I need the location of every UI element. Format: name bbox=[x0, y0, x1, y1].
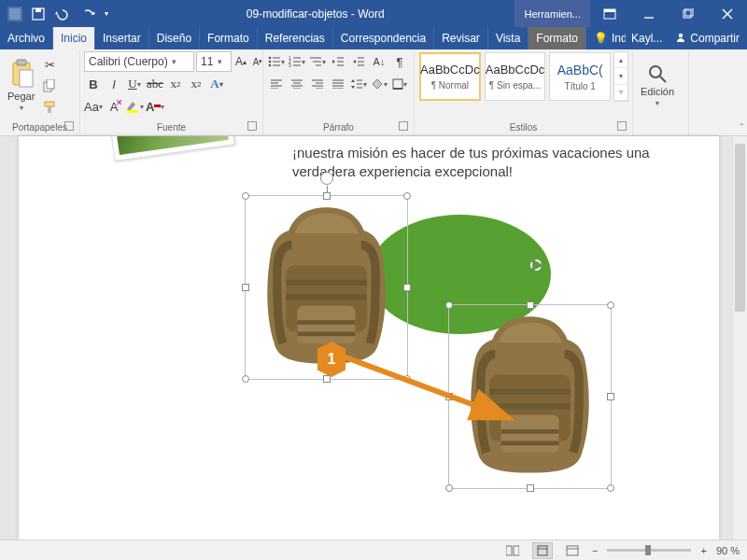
tab-picture-format[interactable]: Formato bbox=[528, 27, 585, 49]
svg-rect-76 bbox=[501, 441, 559, 446]
svg-rect-61 bbox=[393, 79, 402, 89]
tab-references[interactable]: Referencias bbox=[257, 27, 332, 49]
highlight-color-icon[interactable]: ▾ bbox=[125, 97, 144, 116]
zoom-slider[interactable] bbox=[607, 549, 691, 552]
page[interactable]: ¡nuestra misión es hacer de tus próximas… bbox=[19, 136, 719, 539]
shape-adjust-handle[interactable] bbox=[530, 259, 542, 271]
ribbon-display-options-icon[interactable] bbox=[590, 0, 629, 27]
paste-label: Pegar bbox=[7, 91, 35, 102]
cut-icon[interactable]: ✂ bbox=[40, 55, 59, 74]
borders-icon[interactable]: ▾ bbox=[390, 75, 409, 93]
italic-button[interactable]: I bbox=[105, 75, 123, 93]
save-icon[interactable] bbox=[32, 7, 45, 21]
tell-me-label: Indicar... bbox=[612, 32, 626, 45]
qat-customize-icon[interactable]: ▾ bbox=[105, 9, 108, 18]
svg-rect-80 bbox=[538, 546, 547, 555]
align-left-icon[interactable] bbox=[267, 75, 286, 93]
underline-button[interactable]: U▾ bbox=[125, 75, 144, 93]
svg-point-25 bbox=[269, 64, 272, 67]
maximize-icon[interactable] bbox=[669, 0, 708, 27]
font-size-combo[interactable]: 11▾ bbox=[196, 51, 232, 72]
increase-indent-icon[interactable] bbox=[349, 52, 368, 71]
rotate-handle-icon[interactable] bbox=[320, 172, 333, 185]
share-label: Compartir bbox=[690, 32, 740, 45]
paste-button[interactable]: Pegar ▾ bbox=[4, 51, 38, 119]
account-user[interactable]: Kayl... bbox=[626, 27, 668, 49]
group-label-paragraph: Párrafo bbox=[267, 119, 410, 135]
svg-rect-82 bbox=[567, 546, 578, 555]
image-backpack-2[interactable] bbox=[458, 309, 602, 486]
paste-dropdown-icon[interactable]: ▾ bbox=[20, 104, 23, 112]
subscript-button[interactable]: x2 bbox=[166, 75, 185, 93]
zoom-level[interactable]: 90 % bbox=[716, 545, 740, 556]
step-badge: 1 bbox=[317, 342, 345, 377]
font-color-icon[interactable]: A▾ bbox=[146, 97, 164, 116]
body-paragraph: ¡nuestra misión es hacer de tus próximas… bbox=[292, 144, 663, 182]
zoom-in-button[interactable]: + bbox=[700, 545, 706, 556]
format-painter-icon[interactable] bbox=[40, 98, 59, 117]
contextual-tab-group: Herramien... bbox=[514, 0, 590, 27]
copy-icon[interactable] bbox=[40, 77, 59, 95]
align-center-icon[interactable] bbox=[288, 75, 306, 93]
minimize-icon[interactable] bbox=[629, 0, 669, 27]
share-button[interactable]: Compartir bbox=[668, 27, 747, 49]
window-buttons bbox=[590, 0, 747, 27]
tab-file[interactable]: Archivo bbox=[0, 27, 52, 49]
tab-mailings[interactable]: Correspondencia bbox=[332, 27, 433, 49]
photo-thumbnail[interactable] bbox=[110, 136, 234, 161]
lightbulb-icon: 💡 bbox=[594, 32, 608, 45]
paragraph-dialog-launcher-icon[interactable] bbox=[399, 121, 408, 131]
group-font: Calibri (Cuerpo)▾ 11▾ A▴ A▾ B I U▾ abc x… bbox=[80, 49, 263, 135]
svg-rect-20 bbox=[154, 105, 161, 107]
superscript-button[interactable]: x2 bbox=[187, 75, 205, 93]
paste-icon bbox=[8, 59, 35, 89]
font-family-combo[interactable]: Calibri (Cuerpo)▾ bbox=[84, 51, 194, 72]
text-effects-icon[interactable]: A▾ bbox=[207, 75, 226, 93]
share-icon bbox=[675, 32, 686, 46]
scroll-thumb[interactable] bbox=[735, 144, 745, 312]
tell-me-box[interactable]: 💡 Indicar... bbox=[585, 27, 626, 49]
justify-icon[interactable] bbox=[329, 75, 347, 93]
undo-icon[interactable] bbox=[54, 7, 73, 21]
bullets-icon[interactable]: ▾ bbox=[267, 52, 286, 71]
style-heading1[interactable]: AaBbC(Título 1 bbox=[549, 52, 611, 101]
style-normal[interactable]: AaBbCcDc¶ Normal bbox=[419, 52, 481, 101]
styles-dialog-launcher-icon[interactable] bbox=[617, 121, 627, 131]
clear-formatting-icon[interactable]: A✕ bbox=[105, 97, 123, 116]
tab-design[interactable]: Diseño bbox=[148, 27, 199, 49]
shading-icon[interactable]: ▾ bbox=[370, 75, 388, 93]
align-right-icon[interactable] bbox=[308, 75, 327, 93]
web-layout-icon[interactable] bbox=[562, 542, 583, 559]
tab-layout[interactable]: Formato bbox=[199, 27, 257, 49]
group-label-styles: Estilos bbox=[418, 119, 628, 135]
line-spacing-icon[interactable]: ▾ bbox=[349, 75, 368, 93]
ribbon: Pegar ▾ ✂ Portapapeles Calibri (Cuerpo)▾… bbox=[0, 49, 747, 136]
editing-dropdown[interactable]: Edición ▾ bbox=[637, 51, 678, 119]
tab-insert[interactable]: Insertar bbox=[94, 27, 148, 49]
tab-review[interactable]: Revisar bbox=[433, 27, 487, 49]
style-no-spacing[interactable]: AaBbCcDc¶ Sin espa... bbox=[485, 52, 546, 101]
bold-button[interactable]: B bbox=[84, 75, 103, 93]
tab-home[interactable]: Inicio bbox=[52, 27, 94, 49]
tab-view[interactable]: Vista bbox=[487, 27, 528, 49]
font-dialog-launcher-icon[interactable] bbox=[247, 121, 257, 131]
vertical-scrollbar[interactable] bbox=[732, 136, 747, 539]
styles-gallery-scroll[interactable]: ▴▾▿ bbox=[613, 51, 628, 102]
svg-rect-18 bbox=[48, 106, 51, 113]
close-icon[interactable] bbox=[708, 0, 747, 27]
clipboard-dialog-launcher-icon[interactable] bbox=[64, 121, 74, 131]
decrease-indent-icon[interactable] bbox=[329, 52, 347, 71]
change-case-icon[interactable]: Aa▾ bbox=[84, 97, 103, 116]
redo-icon[interactable] bbox=[82, 7, 95, 21]
read-mode-icon[interactable] bbox=[502, 542, 523, 559]
svg-rect-69 bbox=[298, 320, 356, 325]
multilevel-list-icon[interactable]: ▾ bbox=[308, 52, 327, 71]
numbering-icon[interactable]: 123▾ bbox=[288, 52, 306, 71]
show-marks-icon[interactable]: ¶ bbox=[390, 52, 409, 71]
grow-font-icon[interactable]: A▴ bbox=[233, 52, 248, 71]
sort-icon[interactable]: A↓ bbox=[370, 52, 388, 71]
print-layout-icon[interactable] bbox=[532, 542, 553, 559]
zoom-out-button[interactable]: − bbox=[592, 545, 598, 556]
strikethrough-button[interactable]: abc bbox=[146, 75, 164, 93]
collapse-ribbon-icon[interactable]: ˆ bbox=[740, 123, 743, 133]
